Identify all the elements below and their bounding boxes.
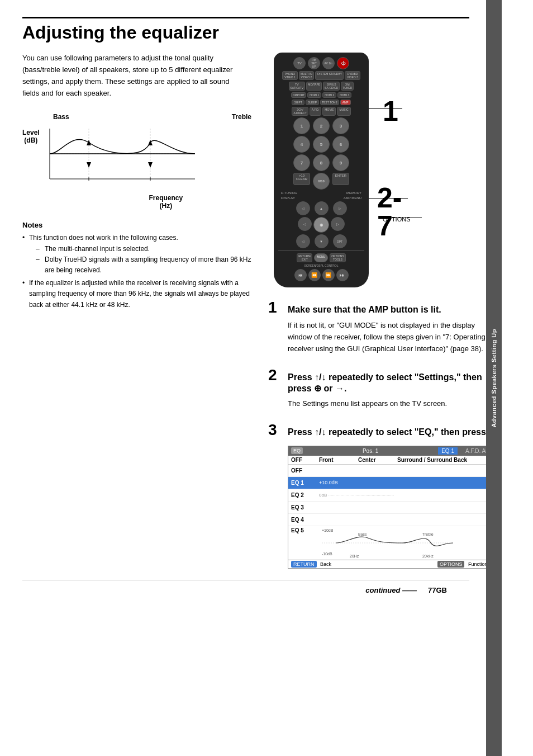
remote-xm-btn: XMTUNER (341, 82, 354, 91)
eq-col-front: Front (319, 457, 358, 463)
remote-sleep-btn: SLEEP (306, 100, 319, 105)
eq-header: EQ Pos. 1 EQ 1 A.F.D. Auto (288, 446, 499, 456)
svg-text:Bass: Bass (358, 532, 367, 536)
remote-tv-btn: TV (293, 57, 306, 69)
notes-section: Notes This function does not work in the… (22, 221, 257, 310)
remote-shift-btn: SHIFT (292, 100, 304, 105)
eq-footer: RETURN Back OPTIONS Function List (288, 560, 499, 568)
eq-col-surround: Surround / Surround Back (397, 457, 497, 463)
bass-label: Bass (53, 113, 69, 121)
eq-columns-header: OFF Front Center Surround / Surround Bac… (288, 456, 499, 465)
remote-dmport-btn: DMPORT (291, 92, 307, 98)
sidebar-tab: Advanced Speakers Setting Up (486, 0, 502, 756)
remote-opt2-btn: OPTIONSTOOLS (330, 253, 346, 262)
remote-fwd-btn: ⏩ (322, 269, 335, 281)
page-number: 77GB (428, 586, 447, 594)
remote-8-btn: 8 (313, 154, 330, 171)
svg-text:+10dB: +10dB (322, 528, 334, 532)
remote-gt10-btn: >10CLEAR (293, 173, 310, 185)
eq-row-5: EQ 5 +10dB -10dB (288, 526, 499, 560)
remote-music-btn: MUSIC (337, 107, 350, 116)
remote-rew-btn: ⏪ (308, 269, 321, 281)
step-3-num: 3 (268, 421, 282, 439)
eq-footer-return: RETURN Back (291, 561, 331, 567)
step-1-title: Make sure that the AMP button is lit. (288, 304, 441, 316)
note-subitem-1: The multi-channel input is selected. (36, 244, 257, 254)
remote-rmset-btn: RM SET UP (308, 57, 320, 69)
eq-curve-svg (44, 123, 201, 190)
freq-label: Frequency (149, 194, 183, 202)
step-1-num: 1 (268, 299, 282, 316)
remote-nav-down: ▼ (315, 234, 329, 248)
remote-ampmenu-label: AMP MENU (344, 196, 361, 200)
step-2-body: The Settings menu list appears on the TV… (268, 398, 500, 410)
step-1: 1 Make sure that the AMP button is lit. … (268, 299, 500, 355)
step-2-num: 2 (268, 366, 282, 384)
step-3-title: Press ↑/↓ repeatedly to select "EQ," the… (288, 427, 498, 438)
remote-satcatv-btn: TVSAT/CATV (289, 82, 306, 91)
step-2: 2 Press ↑/↓ repeatedly to select "Settin… (268, 366, 500, 410)
step-2-7-label: 2-7 (377, 184, 402, 240)
remote-9-btn: 9 (332, 154, 349, 171)
remote-phono-btn: PHONOVIDEO 1 (282, 71, 298, 80)
remote-control-image: TV RM SET UP AV 1/○ ⏻ PHONOVIDEO 1 MULTI… (274, 53, 369, 287)
remote-av-btn: AV 1/○ (322, 57, 335, 69)
remote-0-btn: 0/10 (313, 173, 330, 190)
remote-2-btn: 2 (313, 117, 330, 134)
eq-row-2: EQ 2 0dB ·······························… (288, 489, 499, 502)
eq-eq1: EQ 1 (438, 447, 458, 455)
remote-menu-btn: MENU (314, 253, 328, 262)
remote-dtuning-label: D.TUNING (281, 191, 297, 195)
step-1-body: If it is not lit, or "GUI MODE" is not d… (268, 320, 500, 355)
note-item-1: This function does not work in the follo… (22, 233, 257, 276)
remote-5-btn: 5 (313, 136, 330, 153)
step-1-label: 1 (383, 97, 398, 125)
remote-nav-tr: ▷ (333, 201, 347, 215)
page-footer: continued —— 77GB (22, 580, 469, 600)
remote-mdtape-btn: MD/TAPE (306, 82, 322, 91)
sidebar-label: Advanced Speakers Setting Up (491, 329, 497, 428)
remote-2ch-btn: 2CH/A.DIRECT (292, 107, 308, 116)
remote-4-btn: 4 (293, 136, 310, 153)
remote-multi-btn: MULTI INVIDEO 2 (299, 71, 314, 80)
eq-screen: EQ Pos. 1 EQ 1 A.F.D. Auto OFF Front Cen… (288, 446, 500, 569)
remote-prev-btn: ⏮ (294, 269, 307, 281)
remote-hdmi1-btn: HDMI 1 (307, 92, 321, 98)
svg-text:-10dB: -10dB (322, 552, 332, 556)
eq-col-center: Center (358, 457, 397, 463)
remote-system-btn: SYSTEM STANDBY (315, 71, 344, 80)
eq-pos: Pos. 1 (307, 448, 434, 454)
note-subitem-2: Dolby TrueHD signals with a sampling fre… (36, 254, 257, 276)
remote-amp-btn: AMP (340, 100, 351, 105)
svg-marker-7 (87, 140, 91, 145)
svg-marker-9 (87, 162, 91, 168)
intro-paragraph: You can use following parameters to adju… (22, 53, 246, 99)
remote-screendspl-label: SCREEN/DSPL CONTROL (304, 264, 339, 267)
remote-power-btn: ⏻ (337, 57, 349, 69)
options-label: OPTIONS (383, 215, 411, 223)
remote-next-btn: ⏭ (336, 269, 349, 281)
note-item-2: If the equalizer is adjusted while the r… (22, 278, 257, 310)
remote-tone-btn: TEST TONE (320, 100, 339, 105)
remote-movie-btn: MOVIE (322, 107, 336, 116)
remote-7-btn: 7 (293, 154, 310, 171)
remote-nav-tl: ◁ (296, 201, 310, 215)
remote-6-btn: 6 (332, 136, 349, 153)
eq-row-off: OFF (288, 465, 499, 477)
remote-options-btn: OPT (333, 234, 347, 248)
notes-list: This function does not work in the follo… (22, 233, 257, 310)
level-unit: (dB) (24, 136, 37, 144)
remote-nav-left: ◁ (298, 217, 312, 231)
remote-1-btn: 1 (293, 117, 310, 134)
remote-memory-label: MEMORY (346, 191, 361, 195)
treble-label: Treble (232, 113, 251, 121)
remote-nav-right: ▷ (331, 217, 345, 231)
remote-nav-bl: ◁ (296, 234, 310, 248)
step-2-title: Press ↑/↓ repeatedly to select "Settings… (288, 372, 500, 395)
eq-row-4: EQ 4 (288, 514, 499, 526)
page-title: Adjusting the equalizer (22, 17, 469, 42)
remote-sirius-btn: SIRIUSSA-CD/CD (323, 82, 340, 91)
steps-section: 1 Make sure that the AMP button is lit. … (268, 299, 500, 580)
svg-text:Treble: Treble (422, 532, 434, 536)
remote-enter-btn: ENTER (332, 173, 349, 185)
